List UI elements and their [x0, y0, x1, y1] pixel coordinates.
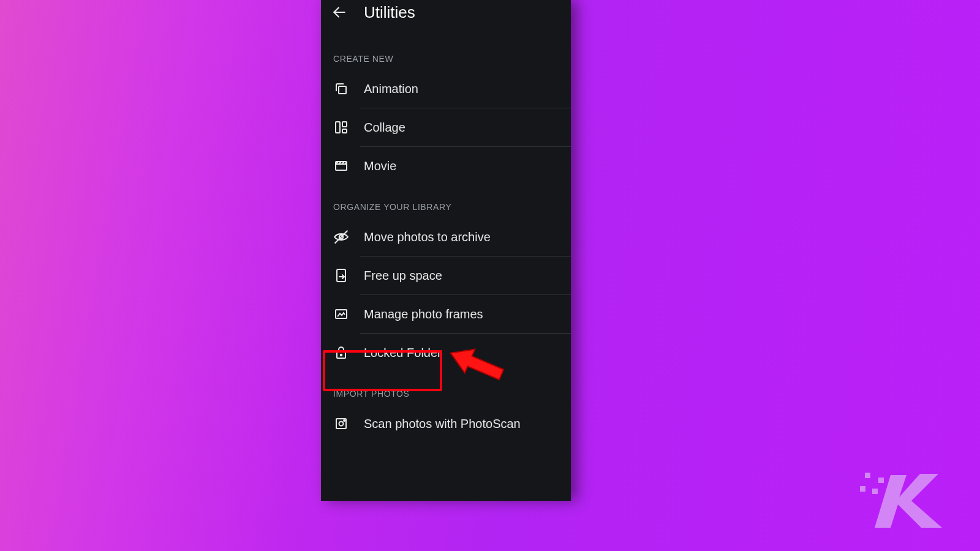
- collage-icon: [333, 119, 349, 135]
- svg-rect-20: [872, 489, 878, 494]
- frames-row[interactable]: Manage photo frames: [321, 295, 571, 333]
- create-collage-row[interactable]: Collage: [321, 108, 571, 146]
- freeup-label: Free up space: [364, 269, 442, 283]
- scan-icon: [333, 416, 349, 432]
- create-movie-label: Movie: [364, 159, 396, 173]
- freeup-row[interactable]: Free up space: [321, 257, 571, 294]
- svg-point-14: [339, 422, 344, 426]
- lock-icon: [333, 345, 349, 361]
- svg-line-8: [335, 231, 347, 243]
- archive-label: Move photos to archive: [364, 230, 491, 244]
- animation-icon: [333, 81, 349, 97]
- app-bar: Utilities: [321, 0, 571, 27]
- create-animation-row[interactable]: Animation: [321, 70, 571, 108]
- freeup-icon: [333, 268, 349, 283]
- locked-folder-row[interactable]: Locked Folder: [321, 334, 571, 372]
- create-movie-row[interactable]: Movie: [321, 147, 571, 185]
- frames-label: Manage photo frames: [364, 307, 483, 321]
- archive-row[interactable]: Move photos to archive: [321, 218, 571, 256]
- svg-rect-2: [336, 122, 340, 133]
- section-header-create: CREATE NEW: [321, 27, 571, 70]
- svg-rect-18: [878, 478, 884, 483]
- svg-rect-17: [865, 473, 870, 478]
- svg-rect-9: [337, 269, 345, 282]
- arrow-left-icon: [331, 4, 347, 20]
- section-header-organize: ORGANIZE YOUR LIBRARY: [321, 185, 571, 218]
- movie-icon: [333, 158, 349, 174]
- create-collage-label: Collage: [364, 121, 405, 135]
- watermark-logo: [860, 469, 958, 524]
- background-gradient: Utilities CREATE NEW Animation C: [0, 0, 980, 551]
- scan-label: Scan photos with PhotoScan: [364, 417, 521, 431]
- frames-icon: [333, 306, 349, 322]
- create-animation-label: Animation: [364, 82, 418, 96]
- section-header-import: IMPORT PHOTOS: [321, 372, 571, 405]
- svg-rect-1: [339, 86, 346, 94]
- svg-rect-3: [342, 122, 347, 127]
- scan-row[interactable]: Scan photos with PhotoScan: [321, 405, 571, 443]
- svg-point-15: [344, 420, 345, 421]
- svg-rect-19: [860, 486, 865, 492]
- archive-icon: [333, 229, 349, 245]
- back-button[interactable]: [330, 2, 349, 22]
- svg-point-12: [341, 354, 342, 356]
- svg-rect-4: [342, 129, 347, 133]
- page-title: Utilities: [364, 3, 415, 22]
- locked-folder-label: Locked Folder: [364, 346, 442, 360]
- phone-screen: Utilities CREATE NEW Animation C: [321, 0, 571, 501]
